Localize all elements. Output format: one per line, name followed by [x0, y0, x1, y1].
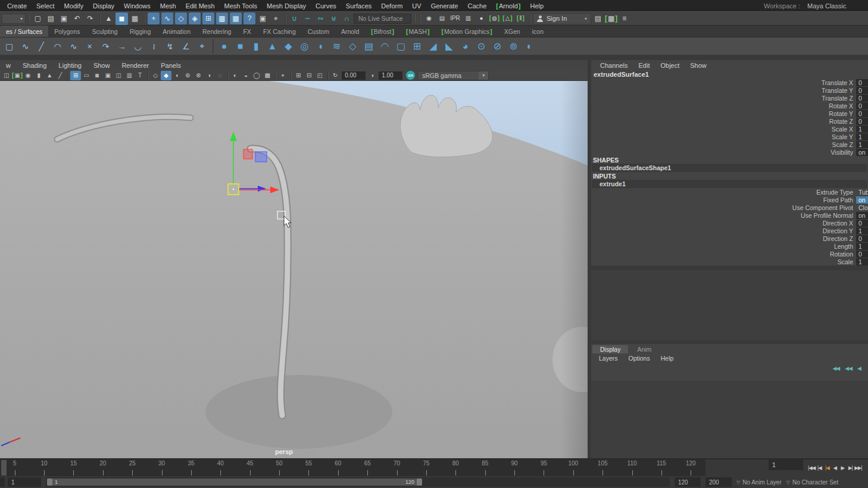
step-back-frame-button[interactable]: |◀ — [816, 462, 823, 473]
channel-value-field[interactable]: 1 — [856, 126, 868, 133]
viewport-menu-item[interactable]: w — [0, 62, 17, 69]
ep-curve-icon[interactable]: ◠ — [49, 38, 65, 54]
shadows-icon[interactable]: ⊗ — [193, 71, 204, 80]
channel-value-field[interactable]: Tub — [856, 189, 868, 196]
channel-label[interactable]: Extrude Type — [816, 189, 853, 196]
channel-label[interactable]: Length — [834, 243, 853, 250]
time-slider[interactable]: 5 10 15 20 25 30 35 40 45 50 — [0, 459, 705, 476]
timeline-tick[interactable]: 40 — [206, 459, 235, 476]
timeline-tick[interactable]: 115 — [647, 459, 676, 476]
toolbar-separator[interactable] — [225, 70, 230, 80]
selection-mask-surfaces-icon[interactable]: ◇ — [175, 12, 187, 24]
extrude-icon[interactable]: ▤ — [361, 38, 377, 54]
selection-mask-rendering-icon[interactable]: ▦ — [230, 12, 242, 24]
channel-value-field[interactable]: 1 — [856, 243, 868, 250]
viewport-canvas[interactable]: persp — [0, 81, 588, 458]
xray-joints-icon[interactable]: ◒ — [241, 71, 251, 80]
selection-mask-joints-icon[interactable]: ⊞ — [202, 12, 214, 24]
menu-item[interactable]: Curves — [311, 2, 341, 10]
current-frame-field[interactable]: 1 — [769, 459, 803, 470]
live-surface-field[interactable]: No Live Surface — [354, 14, 411, 24]
shelf-tab[interactable]: Motion Graphics — [435, 26, 498, 37]
channel-value-field[interactable]: 0 — [856, 220, 868, 227]
cut-curve-icon[interactable]: × — [82, 38, 98, 54]
channel-label[interactable]: Rotate Z — [829, 118, 853, 125]
channel-value-field[interactable]: 0 — [856, 87, 868, 94]
channel-label[interactable]: Direction Z — [823, 235, 853, 242]
channel-label[interactable]: Rotate X — [829, 102, 853, 110]
timeline-tick[interactable]: 90 — [499, 459, 529, 476]
trim-icon[interactable]: ⊘ — [489, 38, 505, 54]
manipulator-plane-handle-x[interactable] — [243, 149, 252, 159]
nurbs-cone-icon[interactable]: ▲ — [264, 38, 280, 54]
square-surface-icon[interactable]: ⊞ — [409, 38, 425, 54]
channel-label[interactable]: Scale Z — [832, 141, 853, 148]
toolbar-separator[interactable] — [273, 70, 277, 80]
menu-item[interactable]: Mesh — [155, 2, 181, 10]
paused-viewport-icon[interactable]: ‖ — [514, 12, 527, 25]
toolbar-separator[interactable] — [527, 12, 532, 25]
channel-label[interactable]: Use Profile Normal — [801, 212, 853, 219]
viewport-menu-item[interactable]: Show — [88, 62, 116, 69]
timeline-tick[interactable]: 105 — [588, 459, 617, 476]
viewport-menu-item[interactable]: Panels — [155, 62, 187, 69]
shelf-tab[interactable]: Bifrost — [365, 26, 400, 37]
snap-to-grid-icon[interactable]: ∪ — [288, 12, 301, 25]
step-forward-key-button[interactable]: ▶| — [847, 462, 854, 473]
selection-mask-curves-icon[interactable]: ∿ — [161, 12, 173, 24]
playback-start-field[interactable]: 1 — [8, 477, 41, 487]
toolbar-separator[interactable] — [142, 12, 146, 25]
bezier-curve-icon[interactable]: ∿ — [65, 38, 82, 54]
layer-editor-tab[interactable]: Display — [592, 345, 628, 354]
channel-box-menu-item[interactable]: Object — [655, 62, 685, 69]
timeline-tick[interactable]: 95 — [529, 459, 558, 476]
bevel-icon[interactable]: ◢ — [425, 38, 441, 54]
wireframe-icon[interactable]: ◇ — [150, 71, 161, 80]
character-set-dropdown[interactable]: No Character Set — [792, 479, 838, 486]
textured-icon[interactable]: ◖ — [171, 71, 182, 80]
selection-mask-dropdown[interactable]: ▾ — [2, 14, 26, 24]
snap-to-point-icon[interactable]: ∾ — [314, 12, 327, 25]
render-view-icon[interactable]: ◉ — [423, 12, 435, 25]
shelf-tab[interactable]: es / Surfaces — [0, 26, 48, 37]
selection-mask-misc-icon[interactable]: ? — [243, 12, 255, 24]
grid-toggle-icon[interactable]: ⊞ — [70, 71, 81, 80]
make-live-icon[interactable]: ∩ — [341, 12, 353, 25]
shelf-tab[interactable]: Sculpting — [86, 26, 123, 37]
shelf-tab[interactable]: Custom — [302, 26, 335, 37]
menu-item[interactable]: Mesh Display — [262, 2, 311, 10]
channel-value-field[interactable]: 0 — [856, 79, 868, 86]
range-slider-bar[interactable]: 1 120 — [47, 478, 422, 486]
plugin-shapes-icon[interactable]: ▩ — [262, 71, 273, 80]
toolbar-separator[interactable] — [65, 70, 70, 80]
channel-value-field[interactable]: 1 — [856, 258, 868, 265]
channel-value-field[interactable]: on — [856, 196, 868, 204]
motion-blur-icon[interactable]: ◌ — [214, 71, 225, 80]
highlight-selection-icon[interactable]: ⌖ — [270, 12, 282, 25]
boundary-icon[interactable]: ▢ — [393, 38, 409, 54]
toolbar-separator[interactable] — [412, 12, 417, 25]
play-forwards-button[interactable]: ▶ — [839, 462, 846, 473]
chevron-down-icon[interactable]: ▽ — [736, 480, 740, 485]
color-management-toggle[interactable]: on — [406, 71, 415, 80]
planar-icon[interactable]: ◇ — [345, 38, 361, 54]
input-node-name[interactable]: extrude1 — [592, 180, 867, 188]
grease-pencil-icon[interactable]: ╱ — [55, 71, 65, 80]
channel-value-field[interactable]: 1 — [856, 227, 868, 234]
shelf-tab[interactable]: Animation — [157, 26, 196, 37]
channel-value-field[interactable]: 1 — [856, 141, 868, 148]
timeline-tick[interactable]: 80 — [441, 459, 470, 476]
select-component-icon[interactable]: ▦ — [129, 12, 141, 25]
channel-value-field[interactable]: 1 — [856, 133, 868, 140]
curve-fillet-icon[interactable]: ⌖ — [194, 38, 210, 54]
menu-item[interactable]: Arnold — [491, 2, 525, 10]
viewport-menu-item[interactable]: Renderer — [115, 62, 155, 69]
resolution-gate-icon[interactable]: ◙ — [92, 71, 102, 80]
timeline-tick[interactable]: 35 — [176, 459, 205, 476]
selection-mask-points-icon[interactable]: + — [148, 12, 160, 24]
menu-item[interactable]: Edit Mesh — [181, 2, 220, 10]
shelf-tab[interactable]: FX Caching — [257, 26, 302, 37]
animation-end-field[interactable]: 200 — [705, 477, 732, 487]
layer-editor-menu-item[interactable]: Help — [655, 355, 679, 362]
menu-item[interactable]: Select — [32, 2, 60, 10]
